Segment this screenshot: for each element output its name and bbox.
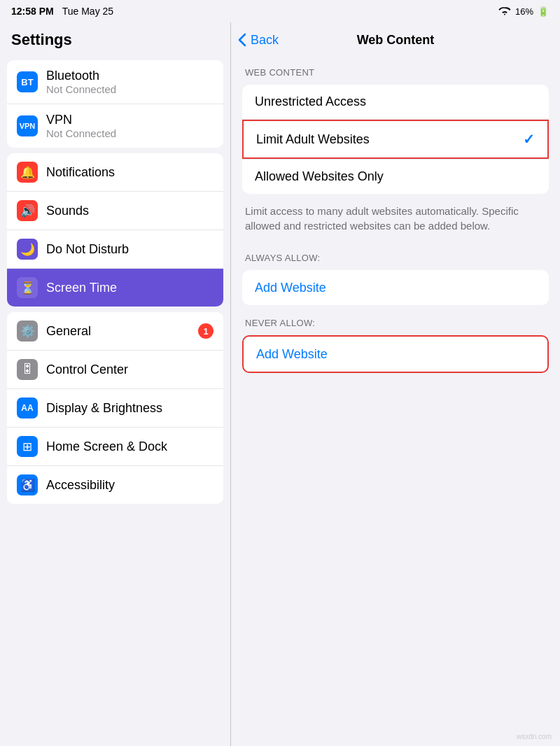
notifications-icon: 🔔: [17, 162, 38, 183]
wifi-icon: [498, 6, 511, 17]
sidebar-item-vpn[interactable]: VPN VPN Not Connected: [7, 104, 223, 148]
back-label: Back: [251, 33, 279, 48]
description-text: Limit access to many adult websites auto…: [231, 197, 560, 243]
bluetooth-status: Not Connected: [46, 83, 116, 95]
always-allow-group: Add Website: [242, 270, 549, 305]
sidebar-item-accessibility[interactable]: ♿ Accessibility: [7, 466, 223, 504]
status-time: 12:58 PM: [11, 6, 54, 17]
accessibility-label: Accessibility: [46, 478, 214, 493]
general-badge: 1: [198, 323, 214, 339]
vpn-status: Not Connected: [46, 127, 116, 139]
sidebar-item-general[interactable]: ⚙️ General 1: [7, 312, 223, 351]
sidebar-item-control[interactable]: 🎛 Control Center: [7, 351, 223, 389]
right-header: Back Web Content: [231, 22, 560, 57]
battery-text: 16%: [515, 6, 533, 17]
always-allow-label: ALWAYS ALLOW:: [231, 243, 560, 267]
status-date: Tue May 25: [62, 6, 113, 17]
sidebar-item-screentime[interactable]: ⏳ Screen Time: [7, 269, 223, 307]
main-layout: Settings BT Bluetooth Not Connected VPN …: [0, 22, 560, 746]
status-bar: 12:58 PM Tue May 25 16% 🔋: [0, 0, 560, 22]
screentime-label: Screen Time: [46, 281, 214, 295]
unrestricted-label: Unrestricted Access: [255, 94, 536, 109]
sidebar-item-bluetooth[interactable]: BT Bluetooth Not Connected: [7, 60, 223, 104]
system-group-1: 🔔 Notifications 🔊 Sounds 🌙 Do Not Distur…: [7, 153, 223, 307]
option-unrestricted[interactable]: Unrestricted Access: [242, 85, 549, 120]
always-add-label: Add Website: [255, 281, 326, 295]
sidebar-item-notifications[interactable]: 🔔 Notifications: [7, 153, 223, 192]
never-allow-label: NEVER ALLOW:: [231, 308, 560, 332]
status-icons: 16% 🔋: [498, 6, 549, 17]
sidebar-item-dnd[interactable]: 🌙 Do Not Disturb: [7, 230, 223, 269]
never-allow-add-website[interactable]: Add Website: [244, 337, 547, 372]
screentime-icon: ⏳: [17, 277, 38, 298]
homescreen-icon: ⊞: [17, 436, 38, 457]
limit-adult-label: Limit Adult Websites: [256, 132, 523, 147]
accessibility-icon: ♿: [17, 474, 38, 495]
web-content-panel: Back Web Content WEB CONTENT Unrestricte…: [231, 22, 560, 746]
back-button[interactable]: Back: [238, 33, 279, 48]
general-label: General: [46, 324, 194, 339]
notifications-label: Notifications: [46, 165, 214, 180]
option-allowed-only[interactable]: Allowed Websites Only: [242, 159, 549, 194]
allowed-only-label: Allowed Websites Only: [255, 169, 536, 184]
sidebar-item-sounds[interactable]: 🔊 Sounds: [7, 192, 223, 230]
connectivity-group: BT Bluetooth Not Connected VPN VPN Not C…: [7, 60, 223, 148]
vpn-icon: VPN: [17, 115, 38, 136]
display-icon: AA: [17, 397, 38, 418]
never-add-label: Add Website: [256, 347, 328, 362]
option-limit-adult[interactable]: Limit Adult Websites ✓: [242, 120, 549, 159]
dnd-label: Do Not Disturb: [46, 242, 214, 257]
web-content-options: Unrestricted Access Limit Adult Websites…: [242, 85, 549, 194]
bluetooth-icon: BT: [17, 71, 38, 92]
panel-title: Web Content: [357, 33, 435, 48]
sounds-icon: 🔊: [17, 200, 38, 221]
settings-panel: Settings BT Bluetooth Not Connected VPN …: [0, 22, 231, 746]
web-content-section-label: WEB CONTENT: [231, 57, 560, 82]
vpn-label: VPN: [46, 113, 116, 127]
control-icon: 🎛: [17, 359, 38, 380]
settings-title: Settings: [0, 22, 230, 55]
watermark: wsxdn.com: [517, 733, 552, 740]
bluetooth-label: Bluetooth: [46, 69, 116, 83]
control-label: Control Center: [46, 363, 214, 377]
checkmark-icon: ✓: [523, 131, 535, 148]
general-icon: ⚙️: [17, 321, 38, 342]
sidebar-item-display[interactable]: AA Display & Brightness: [7, 389, 223, 428]
system-group-2: ⚙️ General 1 🎛 Control Center AA Display…: [7, 312, 223, 504]
dnd-icon: 🌙: [17, 239, 38, 260]
always-allow-add-website[interactable]: Add Website: [242, 270, 549, 305]
display-label: Display & Brightness: [46, 401, 214, 416]
limit-adult-row[interactable]: Limit Adult Websites ✓: [244, 121, 547, 157]
sounds-label: Sounds: [46, 204, 214, 218]
sidebar-item-homescreen[interactable]: ⊞ Home Screen & Dock: [7, 428, 223, 466]
battery-icon: 🔋: [538, 6, 549, 17]
homescreen-label: Home Screen & Dock: [46, 439, 214, 454]
never-allow-group: Add Website: [242, 335, 549, 373]
